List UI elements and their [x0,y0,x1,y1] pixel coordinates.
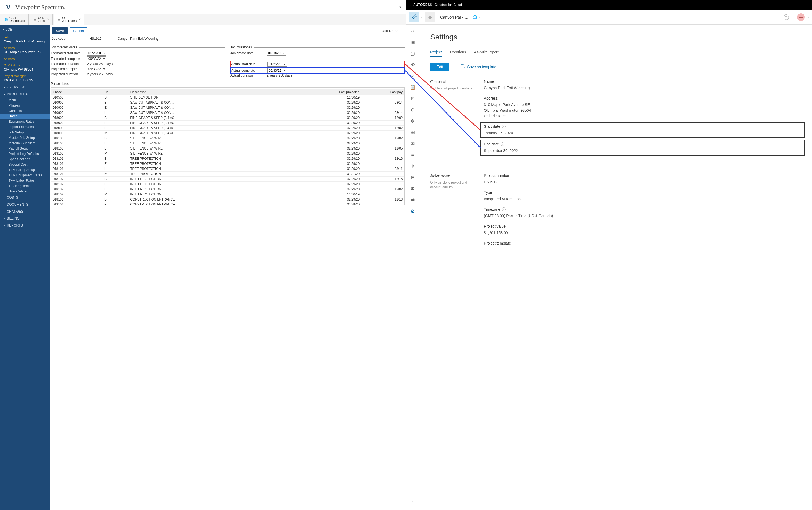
table-row[interactable]: 010500SSITE DEMOLITION11/30/19 [51,95,404,100]
save-template-link[interactable]: + Save as template [460,64,496,70]
report-icon[interactable]: ⊟ [410,175,416,180]
chevron-down-icon[interactable]: ▾ [807,16,809,19]
members-icon[interactable]: ⚉ [410,186,416,192]
sidebar-section-documents[interactable]: ▸DOCUMENTS [0,201,50,208]
sidebar-item-phases[interactable]: Phases [0,103,50,108]
sidebar-item-material-suppliers[interactable]: Material Suppliers [0,140,50,146]
sidebar-item-job-setup[interactable]: Job Setup [0,130,50,135]
sidebar-header-job[interactable]: ▾ JOB [0,25,50,34]
actual-start-select[interactable]: 01/25/20 [267,62,287,66]
sidebar-item-t-m-equipment-rates[interactable]: T+M Equipment Rates [0,173,50,178]
sidebar-item-main[interactable]: Main [0,97,50,103]
sidebar-section-overview[interactable]: ▸OVERVIEW [0,84,50,90]
sidebar-section-billing[interactable]: ▸BILLING [0,215,50,222]
cancel-button[interactable]: Cancel [69,27,87,34]
phase-table-scroll[interactable]: PhaseCtDescriptionLast projectedLast pay… [51,87,405,205]
table-row[interactable]: 018000LFINE GRADE & SEED (0.4 AC02/29/20… [51,126,404,131]
list-icon[interactable]: ≡ [410,152,416,158]
table-row[interactable]: 018100ESILT FENCE W/ WIRE02/29/20 [51,141,404,146]
tab-project[interactable]: Project [430,48,442,57]
sidebar-item-dates[interactable]: Dates [0,114,50,119]
sidebar-item-project-log-defaults[interactable]: Project Log Defaults [0,151,50,156]
close-icon[interactable]: × [45,17,49,22]
settings-icon[interactable]: ⚙ [410,208,416,214]
save-button[interactable]: Save [52,27,68,34]
close-icon[interactable]: × [77,17,81,22]
help-icon[interactable]: ? [784,14,789,20]
sidebar-item-special-cost[interactable]: Special Cost [0,162,50,167]
chevron-down-icon[interactable]: ▾ [479,16,481,19]
est-start-select[interactable]: 01/25/20 [87,51,106,56]
table-row[interactable]: 018102MINLET PROTECTION11/30/19 [51,192,404,197]
sidebar-item-t-m-labor-rates[interactable]: T+M Labor Rates [0,178,50,183]
tab-as-built-export[interactable]: As-built Export [474,48,499,57]
table-row[interactable]: 018102EINLET PROTECTION02/29/20 [51,182,404,187]
globe-icon[interactable]: 🌐 [473,15,477,19]
header-dropdown-icon[interactable]: ▼ [399,6,402,9]
info-icon[interactable]: i [502,124,505,128]
column-header[interactable]: Ct [103,89,128,95]
bridge-icon[interactable]: ⇄ [410,197,416,203]
schedule-icon[interactable]: ▦ [410,129,416,135]
table-row[interactable]: 018102LINLET PROTECTION02/29/2012/02 [51,187,404,192]
approve-icon[interactable]: ✻ [410,118,416,124]
table-row[interactable]: 018101LTREE PROTECTION02/29/2003/11 [51,167,404,172]
sidebar-section-costs[interactable]: ▸COSTS [0,194,50,201]
table-row[interactable]: 018101MTREE PROTECTION01/31/20 [51,172,404,177]
tab-job-dates[interactable]: ▤CCDJob Dates× [54,14,84,25]
table-row[interactable]: 018101BTREE PROTECTION02/29/2012/16 [51,156,404,161]
chevron-down-icon[interactable]: ▾ [421,16,423,19]
sidebar-item-t-m-billing-setup[interactable]: T+M Billing Setup [0,167,50,173]
issue-icon[interactable]: ⊙ [410,107,416,113]
table-row[interactable]: 018000EFINE GRADE & SEED (0.4 AC02/29/20 [51,121,404,126]
table-row[interactable]: 018106BCONSTRUCTION ENTRANCE02/29/2012/1… [51,197,404,202]
file-icon[interactable]: ▢ [410,51,416,56]
info-icon[interactable]: i [502,208,505,211]
sidebar-item-contacts[interactable]: Contacts [0,108,50,114]
clipboard-icon[interactable]: 📋 [410,84,416,90]
review-icon[interactable]: ⟲ [410,62,416,68]
table-row[interactable]: 018106ECONSTRUCTION ENTRANCE02/29/20 [51,202,404,206]
project-name[interactable]: Canyon Park … [440,15,469,19]
table-row[interactable]: 010900BSAW CUT ASPHALT & CON…02/29/2003/… [51,100,404,105]
sidebar-item-import-estimates[interactable]: Import Estimates [0,124,50,130]
column-header[interactable]: Description [128,89,292,95]
sidebar-section-properties[interactable]: ▾PROPERTIES [0,90,50,97]
tab-dashboard[interactable]: 🌐CCDDashboard [1,14,29,25]
sheet-icon[interactable]: ▣ [410,39,416,45]
check-icon[interactable]: ✓ [410,73,416,79]
add-tab-button[interactable]: + [84,15,94,25]
table-row[interactable]: 018000BFINE GRADE & SEED (0.4 AC02/29/20… [51,115,404,121]
column-header[interactable]: Phase [51,89,103,95]
sidebar-item-user-defined[interactable]: User-Defined [0,189,50,194]
sidebar-section-reports[interactable]: ▸REPORTS [0,222,50,229]
est-complete-select[interactable]: 09/30/22 [87,56,106,61]
info-icon[interactable]: i [500,142,504,146]
table-row[interactable]: 018102BINLET PROTECTION02/29/2012/16 [51,177,404,182]
edit-button[interactable]: Edit [430,63,450,71]
actual-complete-select[interactable]: 09/30/22 [267,68,287,73]
sidebar-item-equipment-rates[interactable]: Equipment Rates [0,119,50,124]
tab-jobs[interactable]: ▤CCDJobs× [30,14,53,25]
sidebar-section-changes[interactable]: ▸CHANGES [0,208,50,215]
hammer-tool-button[interactable] [409,12,419,22]
sidebar-item-spec-sections[interactable]: Spec Sections [0,156,50,162]
column-header[interactable]: Last projected [292,89,361,95]
sidebar-item-tracking-items[interactable]: Tracking Items [0,183,50,189]
table-row[interactable]: 010900LSAW CUT ASPHALT & CON…02/29/2003/… [51,110,404,115]
column-header[interactable]: Last pay [361,89,404,95]
tab-locations[interactable]: Locations [450,48,466,57]
table-row[interactable]: 018000MFINE GRADE & SEED (0.4 AC02/29/20 [51,131,404,136]
table-row[interactable]: 018100BSILT FENCE W/ WIRE02/29/2012/02 [51,136,404,141]
module-button[interactable]: ◆ [425,12,435,22]
sidebar-item-master-job-setup[interactable]: Master Job Setup [0,135,50,140]
proj-complete-select[interactable]: 09/30/22 [87,66,106,71]
table-row[interactable]: 018100LSILT FENCE W/ WIRE02/29/2012/05 [51,146,404,151]
create-date-select[interactable]: 01/03/20 [267,51,286,56]
home-icon[interactable]: ⌂ [410,28,416,34]
table-row[interactable]: 018101ETREE PROTECTION02/29/20 [51,161,404,167]
sidebar-item-payroll-setup[interactable]: Payroll Setup [0,146,50,151]
hvac-icon[interactable]: ✳ [410,163,416,169]
collapse-icon[interactable]: →| [410,499,416,505]
avatar[interactable]: AA [797,13,805,21]
